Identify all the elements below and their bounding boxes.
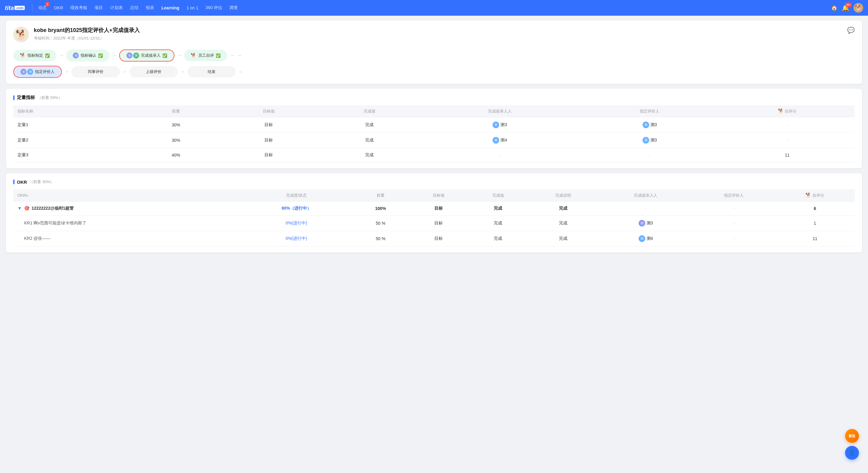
nav-item-survey[interactable]: 调查	[226, 0, 242, 16]
ce-avatar-2a: 紫	[126, 53, 132, 59]
check-icon-3: ✅	[162, 53, 167, 58]
quantitative-title: 定量指标 （权重 50%）	[13, 95, 855, 100]
dog-icon-1: 🐕	[20, 53, 26, 58]
recorder-avatar-1: 测 测4	[493, 137, 507, 144]
page-title: kobe bryant的1025指定评价人+完成值录入	[34, 27, 140, 34]
nav-item-1on1[interactable]: 1 on 1	[183, 0, 202, 16]
nav-item-reports[interactable]: 报表	[142, 0, 158, 16]
ce-avatar-2b: 测	[133, 53, 139, 59]
table-row: KR2 @张—— 0%(进行中) 50 % 目标 完成 完成 测 测4	[13, 231, 855, 247]
more-arrow: →	[237, 53, 242, 58]
okr-table: OKRs 完成度/状态 权重 目标值 完成值 完成说明 完成值录入人 指定评价人…	[13, 189, 855, 247]
step-metric-confirm-label: 指标确认	[81, 53, 96, 58]
support-icon: 👤	[848, 449, 856, 456]
step-designate-evaluator[interactable]: 紫 测 指定评价人	[13, 66, 62, 78]
workflow-row2: 紫 测 指定评价人 → 同事评价 → 上级评价 → 结束 →	[13, 66, 855, 78]
col-header-evaluator: 指定评价人	[580, 105, 720, 117]
expand-arrow[interactable]: ▼	[18, 206, 22, 211]
step-peer-eval-label: 同事评价	[88, 69, 103, 74]
arrow-r2-3: →	[180, 69, 185, 74]
home-icon: 🏠	[831, 5, 838, 11]
notification-button[interactable]: 🔔 99+	[842, 4, 849, 11]
okr-col-weight: 权重	[352, 189, 409, 201]
arrow-r2-2: →	[122, 69, 127, 74]
page-subtitle: 考核时间：2022年 年度（01/01-12/31）	[34, 36, 140, 41]
okr-col-score: 🐕 自评分	[775, 189, 855, 201]
table-row: ▼ 🎯 12222222@临时1超管 80%（进行中） 100% 目标 完成 完…	[13, 201, 855, 216]
nav-right: 🏠 🔔 99+ 🐕	[831, 3, 863, 13]
nav-divider	[32, 4, 32, 11]
okr-col-name: OKRs	[13, 189, 241, 201]
step-end-label: 结束	[208, 69, 216, 74]
step-completion-entry[interactable]: 紫 测 完成值录入 ✅	[119, 50, 175, 62]
workflow-row1: 🐕 指标制定 ✅ → 测 指标确认 ✅ → 紫 测 完成值录入 ✅	[13, 50, 855, 62]
logo-com: .com	[14, 6, 25, 10]
okr-title: OKR （权重 30%）	[13, 179, 855, 185]
check-icon-1: ✅	[45, 53, 50, 58]
step-superior-eval[interactable]: 上级评价	[129, 66, 178, 77]
step-metric-setup-label: 指标制定	[28, 53, 43, 58]
logo[interactable]: tita.com	[5, 4, 25, 11]
more-options-icon[interactable]: 💬	[847, 27, 855, 34]
arrow-4: →	[230, 53, 235, 58]
float-support[interactable]: 👤	[845, 446, 859, 460]
step-completion-entry-label: 完成值录入	[141, 53, 161, 58]
check-icon-4: ✅	[216, 53, 221, 58]
nav-item-dongtat[interactable]: 动态 1	[35, 0, 51, 16]
profile-card: 🐕 kobe bryant的1025指定评价人+完成值录入 考核时间：2022年…	[6, 21, 862, 84]
col-header-recorder: 完成值录入人	[420, 105, 580, 117]
profile-avatar: 🐕	[13, 27, 29, 42]
nav-item-performance[interactable]: 绩效考核	[67, 0, 91, 16]
title-bar	[13, 95, 14, 100]
step-designate-evaluator-label: 指定评价人	[35, 69, 55, 74]
home-button[interactable]: 🏠	[831, 4, 838, 11]
arrow-1: →	[59, 53, 64, 58]
arrow-r2-4: →	[238, 69, 243, 74]
okr-col-target: 目标值	[409, 189, 468, 201]
nav-item-okr[interactable]: OKR	[51, 0, 67, 16]
target-icon: 🎯	[24, 206, 29, 211]
arrow-2: →	[112, 53, 117, 58]
navigation: tita.com 动态 1 OKR 绩效考核 项目 计划表 总结 报表 Lear…	[0, 0, 868, 16]
col-header-self-score: 🐕 自评分	[720, 105, 855, 117]
table-row: KR1 啊v范围可能是绿卡维内斯了 0%(进行中) 50 % 目标 完成 完成 …	[13, 216, 855, 231]
nav-item-summary[interactable]: 总结	[126, 0, 142, 16]
table-row: 定量2 30% 目标 完成 测 测4 测 测3	[13, 133, 855, 148]
nav-item-plan[interactable]: 计划表	[106, 0, 126, 16]
okr-col-evaluator: 指定评价人	[693, 189, 775, 201]
col-header-name: 指标名称	[13, 105, 134, 117]
ce-avatar-3a: 紫	[21, 69, 27, 75]
workflow-container: 🐕 指标制定 ✅ → 测 指标确认 ✅ → 紫 测 完成值录入 ✅	[13, 50, 855, 78]
step-metric-setup[interactable]: 🐕 指标制定 ✅	[13, 50, 56, 61]
user-avatar[interactable]: 🐕	[854, 3, 863, 13]
step-metric-confirm[interactable]: 测 指标确认 ✅	[66, 50, 110, 62]
step-self-eval-label: 员工自评	[198, 53, 214, 58]
float-new-version[interactable]: 新版	[845, 429, 859, 443]
check-icon-2: ✅	[98, 53, 103, 58]
table-row: 定量1 30% 目标 完成 测 测3 测 测3	[13, 117, 855, 133]
kr2-recorder-avatar: 测 测4	[639, 235, 653, 242]
nav-item-project[interactable]: 项目	[91, 0, 106, 16]
col-header-target: 目标值	[218, 105, 319, 117]
step-end[interactable]: 结束	[187, 66, 236, 77]
nav-item-learning[interactable]: Learning	[158, 0, 183, 16]
nav-badge-dongtai: 1	[45, 2, 50, 7]
col-header-completion: 完成值	[319, 105, 420, 117]
okr-card: OKR （权重 30%） OKRs 完成度/状态 权重 目标值 完成值 完成说明…	[6, 173, 862, 252]
step-peer-eval[interactable]: 同事评价	[71, 66, 120, 77]
nav-item-360[interactable]: 360 评估	[202, 0, 226, 16]
title-bar-2	[13, 180, 14, 184]
step-superior-eval-label: 上级评价	[146, 69, 161, 74]
dog-icon-2: 🐕	[191, 53, 196, 58]
okr-col-progress: 完成度/状态	[241, 189, 352, 201]
step-self-eval[interactable]: 🐕 员工自评 ✅	[184, 50, 227, 61]
table-row: 定量3 40% 目标 完成 - - 11	[13, 148, 855, 162]
quantitative-card: 定量指标 （权重 50%） 指标名称 权重 目标值 完成值 完成值录入人 指定评…	[6, 89, 862, 168]
notification-badge: 99+	[845, 2, 852, 7]
okr-col-recorder: 完成值录入人	[599, 189, 693, 201]
recorder-avatar-0: 测 测3	[493, 122, 507, 128]
arrow-r2-1: →	[64, 69, 69, 74]
evaluator-avatar-0: 测 测3	[643, 122, 657, 128]
arrow-3: →	[177, 53, 182, 58]
kr1-recorder-avatar: 测 测3	[639, 220, 653, 226]
